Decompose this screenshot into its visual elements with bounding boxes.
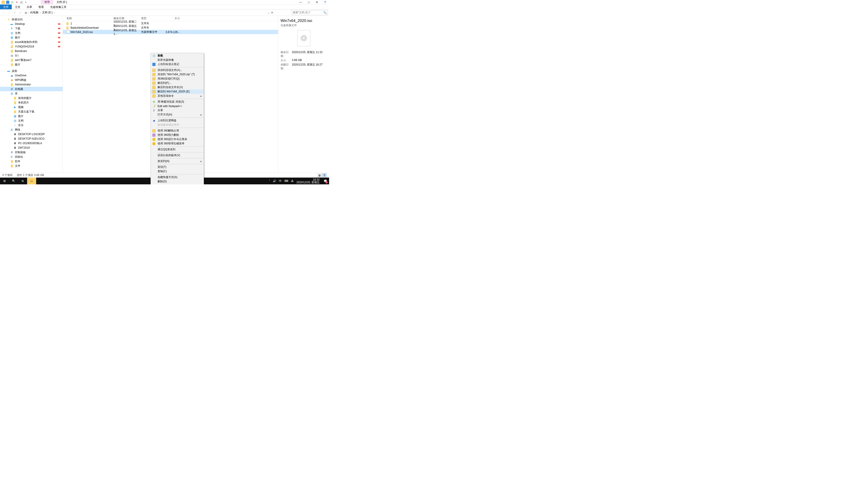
tree-files[interactable]: ▇文件 xyxy=(0,164,63,168)
tree-savedpic[interactable]: ▇保存的图片 xyxy=(0,96,63,100)
ctx-360-unlock[interactable]: 使用 360解除占用 xyxy=(151,129,204,133)
contextual-tab-manage[interactable]: 管理 xyxy=(41,0,53,4)
tree-recycle[interactable]: 🗑回收站 xyxy=(0,155,63,159)
tray-volume-icon[interactable]: 🔊 xyxy=(273,180,276,183)
taskbar-clock[interactable]: 16:32 2020/12/25, 星期五 xyxy=(296,178,320,184)
tree-win7re[interactable]: ▇win7重装win7 xyxy=(0,58,63,62)
tree-thispc[interactable]: 🖥此电脑 xyxy=(0,87,63,91)
tree-yunqishi[interactable]: ▇YUNQISHI2019📌 xyxy=(0,44,63,49)
ctx-delete[interactable]: 删除(D) xyxy=(151,180,204,184)
back-button[interactable]: ← xyxy=(1,10,6,15)
qat-dropdown-icon[interactable]: ▾ xyxy=(24,0,28,4)
history-dropdown[interactable]: ▾ xyxy=(12,10,17,15)
tree-soft[interactable]: ▇软件 xyxy=(0,159,63,164)
ribbon-tab-share[interactable]: 共享 xyxy=(24,4,35,9)
search-box[interactable]: 搜索"文档 (E:)" 🔍 xyxy=(291,10,328,15)
tree-excel[interactable]: ▇excel表格制作求和📌 xyxy=(0,40,63,44)
tree-gdrive[interactable]: ▣G:\ xyxy=(0,53,63,58)
ctx-rename[interactable]: 重命名(M) xyxy=(151,184,204,184)
tree-lib[interactable]: ▥库 xyxy=(0,91,63,96)
ctx-extract-folder[interactable]: 解压到 Win7x64_2020\ (E) xyxy=(151,90,204,94)
file-rows[interactable]: ▇ 1 2020/12/15, 星期二 1... 文件夹 ▇ BaiduNetd… xyxy=(63,21,278,173)
tree-piclib[interactable]: ▦图片 xyxy=(0,114,63,119)
ctx-360-delete[interactable]: 使用 360强力删除 xyxy=(151,133,204,137)
col-type[interactable]: 类型 xyxy=(141,17,164,20)
ctx-mount[interactable]: 💿装载 xyxy=(151,54,204,58)
qat-pin-icon[interactable] xyxy=(6,0,9,4)
tree-desktop[interactable]: ▬Desktop📌 xyxy=(0,22,63,26)
tray-ime2-icon[interactable]: ⌨ xyxy=(284,180,288,183)
ribbon-tab-home[interactable]: 主页 xyxy=(12,4,24,9)
ctx-cut[interactable]: 剪切(T) xyxy=(151,165,204,169)
tray-chevron-icon[interactable]: ˄ xyxy=(269,180,270,183)
tree-pc4[interactable]: 🖥ZMT2019 xyxy=(0,145,63,150)
ribbon-tab-file[interactable]: 文件 xyxy=(0,4,12,9)
ctx-share[interactable]: ⇪共享 xyxy=(151,108,204,112)
tree-bandicam[interactable]: ▇Bandicam xyxy=(0,49,63,53)
maximize-button[interactable]: □ xyxy=(305,0,313,4)
tree-wps[interactable]: ◆WPS网盘 xyxy=(0,78,63,82)
ctx-shortcut[interactable]: 创建快捷方式(S) xyxy=(151,175,204,180)
ctx-openwith[interactable]: 打开方式(H)▸ xyxy=(151,112,204,117)
ctx-notepadpp[interactable]: 📝Edit with Notepad++ xyxy=(151,104,204,108)
ctx-burn[interactable]: 刻录光盘映像 xyxy=(151,58,204,62)
help-button[interactable]: ? xyxy=(321,0,329,4)
file-row[interactable]: ▇ BaiduNetdiskDownload 2020/12/25, 星期五 1… xyxy=(63,26,278,30)
tree-pic2[interactable]: ▇图片 xyxy=(0,62,63,67)
tree-tianyi[interactable]: ▇天翼云盘下载 xyxy=(0,109,63,114)
qat-checkbox-icon[interactable]: ☑ xyxy=(10,0,14,4)
tree-admin[interactable]: ▇Administrator xyxy=(0,82,63,87)
tray-network-icon[interactable]: 🖧 xyxy=(291,180,293,183)
taskview-button[interactable]: ⧉ xyxy=(18,177,27,184)
start-button[interactable]: ⊞ xyxy=(0,177,9,184)
tree-musiclib[interactable]: ♪音乐 xyxy=(0,123,63,127)
ctx-youdao[interactable]: 上传到有道云笔记 xyxy=(151,62,204,66)
forward-button[interactable]: → xyxy=(7,10,12,15)
qat-delete-icon[interactable]: ✕ xyxy=(15,0,19,4)
search-button[interactable]: 🔍 xyxy=(9,177,18,184)
tree-pc2[interactable]: 🖥DESKTOP-NJEU3CG xyxy=(0,136,63,141)
breadcrumb-seg1[interactable]: 文档 (E:) xyxy=(41,11,54,14)
address-dropdown-icon[interactable]: ⌄ xyxy=(268,11,270,14)
qat-properties-icon[interactable]: ▤ xyxy=(20,0,23,4)
tree-quick-access[interactable]: ★快速访问 xyxy=(0,17,63,22)
tree-pics[interactable]: ▦图片📌 xyxy=(0,35,63,40)
close-button[interactable]: ✕ xyxy=(313,0,321,4)
tree-pc3[interactable]: 🖥PC-20190530OBLA xyxy=(0,141,63,145)
tree-pc1[interactable]: 🖥DESKTOP-LSSOEDP xyxy=(0,132,63,136)
tree-doclib[interactable]: ▤文档 xyxy=(0,119,63,123)
minimize-button[interactable]: — xyxy=(297,0,305,4)
ctx-copy[interactable]: 复制(C) xyxy=(151,169,204,173)
column-headers[interactable]: 名称 修改日期 类型 大小 xyxy=(63,16,278,21)
tree-video[interactable]: ▶视频 xyxy=(0,105,63,109)
ctx-sendto[interactable]: 发送到(N)▸ xyxy=(151,159,204,163)
ctx-extract-to[interactable]: 解压到(F)... xyxy=(151,81,204,85)
address-bar[interactable]: ▣ › 此电脑 › 文档 (E:) › xyxy=(23,10,249,15)
breadcrumb-root[interactable]: 此电脑 xyxy=(29,11,39,14)
file-row[interactable]: ▇ 1 2020/12/15, 星期二 1... 文件夹 xyxy=(63,21,278,26)
view-details-button[interactable]: ☰ xyxy=(322,173,327,177)
tray-ime-icon[interactable]: 中 xyxy=(279,179,282,183)
up-button[interactable]: ↑ xyxy=(18,10,23,15)
ctx-bee-browser[interactable]: ✿用 蜂蜜浏览器 浏览(3) xyxy=(151,100,204,104)
search-icon[interactable]: 🔍 xyxy=(323,11,327,14)
ctx-add-zip[interactable]: 添加到 "Win7x64_2020.zip" (T) xyxy=(151,72,204,76)
tree-cp[interactable]: ⚙控制面板 xyxy=(0,150,63,155)
tree-onedrive[interactable]: ☁OneDrive xyxy=(0,73,63,78)
tree-desktop-zh[interactable]: ▬桌面 xyxy=(0,69,63,73)
col-name[interactable]: 名称 xyxy=(66,17,114,20)
refresh-icon[interactable]: ⟳ xyxy=(271,11,273,14)
tree-camera[interactable]: ▇本机照片 xyxy=(0,100,63,105)
col-size[interactable]: 大小 xyxy=(164,17,180,20)
tree-docs[interactable]: ▤文档📌 xyxy=(0,31,63,35)
ctx-baidu[interactable]: ◆上传到百度网盘 xyxy=(151,119,204,123)
ribbon-tab-disctools[interactable]: 光盘映像工具 xyxy=(47,4,70,9)
ribbon-tab-view[interactable]: 查看 xyxy=(35,4,47,9)
ctx-qq-send[interactable]: 通过QQ发送到 xyxy=(151,147,204,152)
ctx-360-manage[interactable]: 使用 360管理右键菜单 xyxy=(151,141,204,146)
ctx-restore[interactable]: 还原以前的版本(V) xyxy=(151,153,204,158)
ctx-other-archive[interactable]: 其他压缩命令▸ xyxy=(151,94,204,98)
action-center-button[interactable]: 💬3 xyxy=(322,178,328,184)
ctx-extract-here[interactable]: 解压到当前文件夹(X) xyxy=(151,85,204,90)
ctx-add-archive[interactable]: 添加到压缩文件(A)... xyxy=(151,68,204,72)
